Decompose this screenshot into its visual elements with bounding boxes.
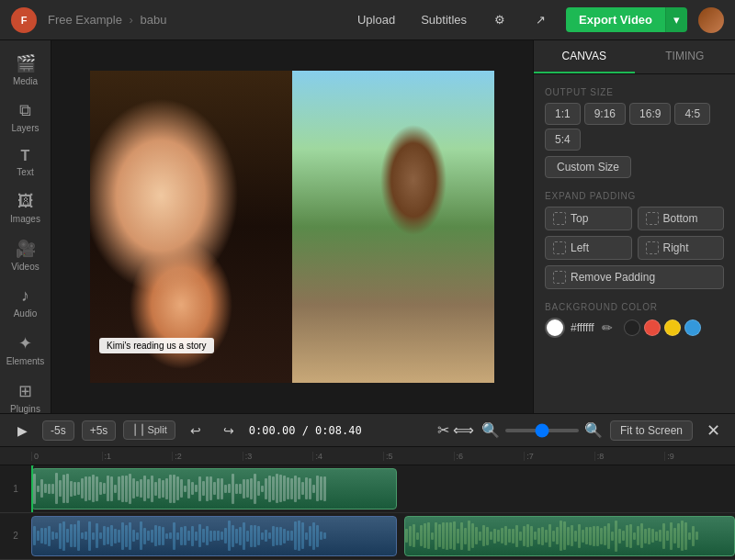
- elements-icon: ✦: [18, 333, 32, 353]
- output-size-label: OUTPUT SIZE: [545, 87, 724, 97]
- breadcrumb-project[interactable]: Free Example: [48, 13, 122, 27]
- sidebar-item-plugins[interactable]: ⊞ Plugins: [2, 375, 50, 420]
- track-row-2: [31, 513, 735, 561]
- export-chevron-icon[interactable]: ▾: [665, 7, 687, 32]
- sidebar: 🎬 Media ⧉ Layers T Text 🖼 Images 🎥 Video…: [0, 40, 51, 413]
- remove-padding-button[interactable]: Remove Padding: [545, 265, 724, 289]
- track-labels: 1 2: [0, 465, 31, 560]
- pad-top-icon: [553, 212, 566, 225]
- pad-top-button[interactable]: Top: [545, 207, 632, 230]
- expand-padding-label: EXPAND PADDING: [545, 191, 724, 201]
- export-group: Export Video ▾: [566, 7, 687, 32]
- sidebar-item-text[interactable]: T Text: [2, 142, 50, 183]
- color-dot-yellow[interactable]: [664, 319, 681, 336]
- sidebar-item-videos[interactable]: 🎥 Videos: [2, 233, 50, 277]
- sidebar-item-elements[interactable]: ✦ Elements: [2, 328, 50, 372]
- sidebar-label-layers: Layers: [11, 123, 39, 133]
- sidebar-label-videos: Videos: [11, 262, 39, 272]
- tab-canvas[interactable]: CANVAS: [534, 40, 635, 73]
- size-btn-9-16[interactable]: 9:16: [584, 103, 626, 125]
- share-icon[interactable]: ↗: [526, 6, 555, 35]
- background-color-label: BACKGROUND COLOR: [545, 302, 724, 312]
- jump-plus-button[interactable]: +5s: [82, 420, 117, 441]
- breadcrumb-file: babu: [141, 13, 167, 27]
- avatar[interactable]: [698, 7, 724, 33]
- redo-icon[interactable]: ↪: [216, 418, 242, 443]
- ruler-marks: 0 :1 :2 :3 :4 :5 :6 :7 :8 :9: [31, 452, 735, 461]
- audio-clip-1[interactable]: [31, 516, 397, 557]
- export-button[interactable]: Export Video: [566, 7, 665, 32]
- size-btn-5-4[interactable]: 5:4: [545, 129, 581, 151]
- remove-padding-icon: [553, 271, 566, 284]
- pad-right-icon: [646, 241, 659, 254]
- pad-right-button[interactable]: Right: [638, 236, 725, 260]
- breadcrumb-arrow: ›: [130, 13, 137, 27]
- track-row-1: [31, 465, 735, 513]
- expand-padding-section: EXPAND PADDING Top Bottom Left: [545, 191, 724, 289]
- brand-logo: F: [11, 7, 37, 33]
- track-label-1: 1: [0, 465, 31, 513]
- sidebar-label-images: Images: [10, 214, 40, 224]
- upload-button[interactable]: Upload: [350, 9, 402, 30]
- color-dot-red[interactable]: [644, 319, 661, 336]
- subtitles-button[interactable]: Subtitles: [413, 9, 474, 30]
- sidebar-item-media[interactable]: 🎬 Media: [2, 48, 50, 92]
- time-separator: /: [302, 424, 315, 437]
- pad-left-label: Left: [571, 241, 589, 254]
- canvas-content: Kimi's reading us a story: [90, 71, 494, 383]
- zoom-out-icon[interactable]: 🔍: [481, 421, 500, 439]
- ruler-mark-2: :2: [172, 452, 243, 461]
- remove-padding-label: Remove Padding: [571, 271, 655, 284]
- sidebar-label-elements: Elements: [6, 356, 45, 366]
- pad-right-label: Right: [663, 241, 689, 254]
- color-hex-value: #ffffff: [571, 321, 594, 334]
- size-btn-16-9[interactable]: 16:9: [629, 103, 671, 125]
- pad-bottom-icon: [646, 212, 659, 225]
- size-btn-4-5[interactable]: 4:5: [674, 103, 710, 125]
- video-clip-2[interactable]: [404, 516, 735, 557]
- custom-size-button[interactable]: Custom Size: [545, 156, 631, 178]
- play-button[interactable]: ▶: [9, 418, 35, 443]
- layers-icon: ⧉: [19, 101, 31, 120]
- pad-top-label: Top: [571, 212, 588, 225]
- waveform-bars-3: [405, 517, 734, 556]
- color-dot-dark[interactable]: [624, 319, 640, 336]
- fit-to-screen-button[interactable]: Fit to Screen: [610, 420, 693, 441]
- undo-icon[interactable]: ↩: [183, 418, 209, 443]
- images-icon: 🖼: [17, 192, 34, 211]
- color-dot-blue[interactable]: [684, 319, 701, 336]
- scissors-icon[interactable]: ✂: [437, 421, 449, 439]
- photo-right-inner: [292, 71, 494, 383]
- split-button[interactable]: ⎪⎥ Split: [123, 420, 175, 440]
- jump-minus-button[interactable]: -5s: [42, 420, 74, 441]
- tab-timing[interactable]: TIMING: [635, 40, 736, 73]
- zoom-slider[interactable]: [505, 429, 579, 432]
- sidebar-item-audio[interactable]: ♪ Audio: [2, 281, 50, 324]
- waveform-1: [32, 469, 396, 509]
- sidebar-label-text: Text: [17, 167, 33, 177]
- settings-icon[interactable]: ⚙: [485, 6, 514, 35]
- size-btn-1-1[interactable]: 1:1: [545, 103, 581, 125]
- pad-left-button[interactable]: Left: [545, 236, 632, 260]
- waveform-2: [32, 517, 396, 556]
- sidebar-item-images[interactable]: 🖼 Images: [2, 186, 50, 230]
- video-clip-1[interactable]: [31, 468, 397, 510]
- split-vertical-icon[interactable]: ⟺: [453, 421, 474, 439]
- pad-bottom-button[interactable]: Bottom: [638, 207, 725, 230]
- videos-icon: 🎥: [16, 239, 36, 259]
- ruler-mark-5: :5: [383, 452, 454, 461]
- sidebar-item-layers[interactable]: ⧉ Layers: [2, 95, 50, 139]
- tracks-area: [31, 465, 735, 560]
- waveform-bars-2: [32, 517, 396, 556]
- timeline: ▶ -5s +5s ⎪⎥ Split ↩ ↪ 0:00.00 / 0:08.40…: [0, 413, 735, 560]
- background-color-section: BACKGROUND COLOR #ffffff ✏: [545, 302, 724, 338]
- timeline-controls: ▶ -5s +5s ⎪⎥ Split ↩ ↪ 0:00.00 / 0:08.40…: [0, 414, 735, 447]
- panel-tabs: CANVAS TIMING: [534, 40, 735, 74]
- color-picker-icon[interactable]: ✏: [600, 319, 615, 337]
- waveform-3: [405, 517, 734, 556]
- close-timeline-button[interactable]: ✕: [700, 418, 726, 443]
- zoom-in-icon[interactable]: 🔍: [584, 421, 603, 439]
- color-swatch-white[interactable]: [545, 318, 565, 338]
- color-dots: [624, 319, 701, 336]
- sidebar-label-plugins: Plugins: [10, 404, 40, 414]
